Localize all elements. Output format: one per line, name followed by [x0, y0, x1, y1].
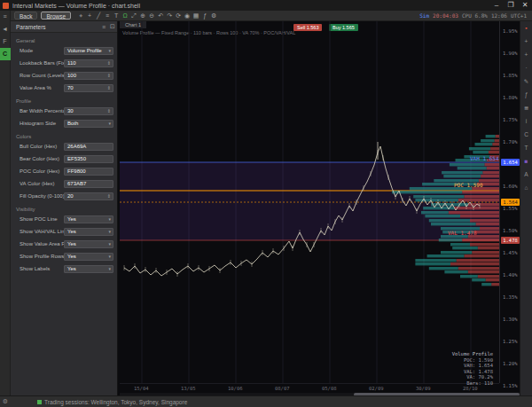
param-select-input[interactable]: Yes▾	[64, 240, 113, 248]
text-tool-icon[interactable]: T	[112, 11, 121, 20]
vah-level-label: VAH 1.654	[470, 155, 499, 161]
chevron-down-icon[interactable]: ▾	[108, 241, 113, 247]
chart-settings-icon[interactable]: C	[0, 48, 11, 60]
toolbar-icons: ⌖+╱≡TΩ⤢⊕⊖↶↷⟳◉▦ƒ⚙	[76, 11, 218, 20]
stepper-arrows-icon[interactable]: ⇕	[107, 193, 113, 199]
zoom-in-icon[interactable]: +	[520, 35, 532, 48]
param-value: FF9800	[65, 168, 113, 174]
param-label: Lookback Bars (Fixed)	[20, 60, 64, 66]
record-icon[interactable]: ▪	[520, 21, 532, 35]
chevron-down-icon[interactable]: ▾	[108, 216, 113, 222]
price-tick-label: 1.25%	[503, 339, 518, 344]
snapshot-icon[interactable]: ◉	[183, 11, 192, 20]
stepper-arrows-icon[interactable]: ⇕	[107, 85, 113, 90]
param-select-input[interactable]: Both▾	[64, 120, 113, 128]
info-icon[interactable]: i	[520, 114, 532, 128]
param-row: Lookback Bars (Fixed)110⇕	[11, 58, 117, 68]
text-tool-icon[interactable]: T	[520, 141, 532, 154]
refresh-icon[interactable]: ⟳	[174, 11, 183, 20]
price-tick-label: 1.40%	[503, 272, 518, 278]
param-text-input[interactable]: FF9800	[64, 168, 113, 176]
price-axis[interactable]: 1.95%1.90%1.85%1.80%1.75%1.70%1.65%1.60%…	[499, 21, 520, 383]
back-button[interactable]: Back	[14, 12, 37, 20]
param-stepper-input[interactable]: 30⇕	[64, 107, 113, 115]
session-status-text: Trading sessions: Wellington, Tokyo, Syd…	[44, 399, 187, 405]
param-stepper-input[interactable]: 20⇕	[64, 192, 113, 200]
collapse-all-icon[interactable]: ≡	[99, 24, 108, 30]
collapse-panel-icon[interactable]: ◄	[0, 23, 11, 35]
param-text-input[interactable]: 673AB7	[64, 180, 113, 188]
local-time: 12:06	[491, 12, 507, 19]
param-value: 30	[65, 108, 107, 113]
trendline-icon[interactable]: ╱	[94, 11, 103, 20]
param-label: Bear Color (Hex)	[20, 156, 64, 161]
add-alert-icon[interactable]: +	[520, 48, 532, 61]
list-icon[interactable]: ≣	[520, 101, 532, 114]
menu-icon[interactable]: ≡	[0, 11, 11, 23]
maximize-button[interactable]: ❐	[504, 0, 518, 11]
home-icon[interactable]: ⌂	[520, 181, 532, 194]
files-icon[interactable]: F	[0, 35, 11, 48]
param-text-input[interactable]: 26A69A	[64, 143, 113, 151]
close-button[interactable]: ✕	[518, 0, 532, 11]
auto-scale-icon[interactable]: A	[520, 168, 532, 181]
price-tick-label: 1.80%	[503, 95, 518, 100]
param-select-input[interactable]: Yes▾	[64, 215, 113, 223]
param-label: Show VAH/VAL Lines	[20, 229, 64, 234]
stepper-arrows-icon[interactable]: ⇕	[107, 108, 113, 113]
minimize-button[interactable]: –	[489, 0, 504, 11]
function-icon[interactable]: ƒ	[520, 88, 532, 101]
compare-icon[interactable]: C	[520, 128, 532, 141]
param-select-input[interactable]: Volume Profile▾	[64, 47, 113, 55]
fib-retracement-icon[interactable]: ≡	[103, 11, 112, 20]
gear-icon[interactable]: ⚙	[0, 398, 11, 405]
measure-icon[interactable]: ⤢	[129, 11, 138, 20]
param-stepper-input[interactable]: 100⇕	[64, 72, 113, 80]
function-icon[interactable]: ƒ	[200, 11, 209, 20]
zoom-in-icon[interactable]: ⊕	[138, 11, 147, 20]
param-value: 20	[65, 193, 107, 199]
chevron-down-icon[interactable]: ▾	[108, 254, 113, 259]
stepper-arrows-icon[interactable]: ⇕	[107, 73, 113, 78]
redo-icon[interactable]: ↷	[165, 11, 174, 20]
param-value: 673AB7	[65, 181, 113, 186]
param-select-input[interactable]: Yes▾	[64, 228, 113, 236]
draw-icon[interactable]: ✎	[520, 74, 532, 88]
chevron-down-icon[interactable]: ▾	[108, 266, 113, 271]
price-tick-label: 1.70%	[503, 139, 518, 145]
chevron-down-icon[interactable]: ▾	[108, 48, 113, 53]
parameters-panel: Parameters ≡ ⊡ GeneralModeVolume Profile…	[11, 21, 118, 396]
zoom-out-icon[interactable]: ⊖	[147, 11, 156, 20]
status-bar: ⚙ Trading sessions: Wellington, Tokyo, S…	[0, 395, 532, 407]
settings-icon[interactable]: ⚙	[209, 11, 218, 20]
date-tick-label: 10/06	[228, 386, 243, 391]
magnet-icon[interactable]: Ω	[121, 11, 129, 20]
stepper-arrows-icon[interactable]: ⇕	[107, 60, 113, 66]
section-label-general: General	[16, 38, 117, 43]
price-plot[interactable]: VAH 1.654POC 1.590VAL 1.478	[120, 21, 499, 383]
param-select-input[interactable]: Yes▾	[64, 253, 113, 261]
dot-marker-icon[interactable]: ·	[520, 61, 532, 74]
param-stepper-input[interactable]: 110⇕	[64, 59, 113, 67]
profile-stats-block: Volume ProfilePOC: 1.590VAH: 1.654VAL: 1…	[452, 351, 493, 386]
cursor-icon[interactable]: ⌖	[76, 11, 85, 20]
crosshair-icon[interactable]: +	[85, 11, 94, 20]
chart-region: Chart 1 Volume Profile — Fixed Range · 1…	[118, 21, 532, 396]
browse-button[interactable]: Browse	[41, 12, 71, 20]
pin-panel-icon[interactable]: ⊡	[108, 23, 117, 30]
title-bar: Interval Markets — Volume Profile · char…	[0, 0, 532, 11]
param-stepper-input[interactable]: 70⇕	[64, 84, 113, 92]
undo-icon[interactable]: ↶	[156, 11, 165, 20]
price-tick-label: 1.95%	[503, 28, 518, 34]
param-text-input[interactable]: EF5350	[64, 155, 113, 163]
chevron-down-icon[interactable]: ▾	[108, 121, 113, 126]
layout-icon[interactable]: ▦	[192, 11, 200, 20]
color-swatch-icon[interactable]: ■	[520, 154, 532, 168]
param-value: 26A69A	[65, 144, 113, 149]
param-row: Show LabelsYes▾	[11, 263, 117, 274]
param-select-input[interactable]: Yes▾	[64, 265, 113, 273]
param-row: Bull Color (Hex)26A69A	[11, 141, 117, 152]
panel-title: Parameters	[16, 24, 99, 30]
chevron-down-icon[interactable]: ▾	[108, 229, 113, 234]
param-row: Show Profile RowsYes▾	[11, 251, 117, 262]
